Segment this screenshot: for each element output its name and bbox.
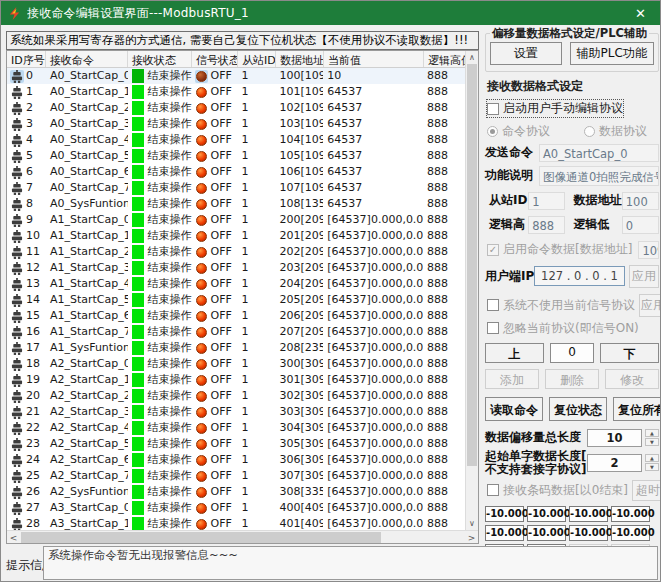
- table-row[interactable]: 18 A2_StartCap_0 结束操作 OFF 1 300[309] [64…: [7, 356, 465, 372]
- manual-protocol-checkbox[interactable]: 启动用户手动编辑协议: [487, 100, 623, 117]
- table-row[interactable]: 26 A2_SysFuntionCMD 结束操作 OFF 1 308[335] …: [7, 484, 465, 500]
- header-recv-status[interactable]: 接收状态: [128, 51, 192, 67]
- row-signal-cell: OFF: [192, 340, 238, 356]
- row-logic-high-text: 888: [423, 68, 465, 84]
- offset-value-field[interactable]: -10.000: [527, 506, 566, 522]
- vertical-scrollbar[interactable]: ∧ ∨: [465, 51, 478, 530]
- table-row[interactable]: 23 A2_StartCap_5 结束操作 OFF 1 305[309] [64…: [7, 436, 465, 452]
- table-row[interactable]: 9 A1_StartCap_0 结束操作 OFF 1 200[209] [645…: [7, 212, 465, 228]
- cmd-data-addr-field[interactable]: 109: [638, 241, 659, 259]
- table-row[interactable]: 24 A2_StartCap_6 结束操作 OFF 1 306[309] [64…: [7, 452, 465, 468]
- row-recv-status-cell: 结束操作: [128, 388, 192, 404]
- slave-id-field[interactable]: 1: [528, 192, 565, 210]
- table-row[interactable]: 11 A1_StartCap_2 结束操作 OFF 1 202[209] [64…: [7, 244, 465, 260]
- ip-apply-button[interactable]: 应用: [629, 265, 659, 288]
- spin-up-icon[interactable]: ▲: [645, 429, 659, 437]
- header-command[interactable]: 接收命令: [46, 51, 128, 67]
- table-row[interactable]: 1 A0_StartCap_1 结束操作 OFF 1 101[109] 6453…: [7, 84, 465, 100]
- table-row[interactable]: 5 A0_StartCap_5 结束操作 OFF 1 105[109] 6453…: [7, 148, 465, 164]
- table-row[interactable]: 2 A0_StartCap_2 结束操作 OFF 1 102[109] 6453…: [7, 100, 465, 116]
- modify-button[interactable]: 修改: [605, 369, 659, 389]
- table-row[interactable]: 6 A0_StartCap_6 结束操作 OFF 1 106[109] 6453…: [7, 164, 465, 180]
- row-recv-status-cell: 结束操作: [128, 372, 192, 388]
- move-up-button[interactable]: 上: [485, 343, 544, 363]
- move-down-button[interactable]: 下: [600, 343, 659, 363]
- row-index-field[interactable]: 0: [550, 343, 594, 363]
- table-row[interactable]: 0 A0_StartCap_0 结束操作 OFF 1 100[109] 10 8…: [7, 68, 465, 84]
- add-button[interactable]: 添加: [485, 369, 539, 389]
- signal-led-icon: [196, 423, 207, 434]
- header-current-value[interactable]: 当前值: [324, 51, 424, 67]
- table-row[interactable]: 13 A1_StartCap_4 结束操作 OFF 1 204[209] [64…: [7, 276, 465, 292]
- no-signal-protocol-checkbox[interactable]: 系统不使用当前信号协议: [503, 297, 635, 314]
- table-row[interactable]: 17 A1_SysFuntionCMD 结束操作 OFF 1 208[235] …: [7, 340, 465, 356]
- scroll-down-icon[interactable]: ∨: [466, 517, 478, 530]
- close-button[interactable]: ✕: [627, 6, 654, 21]
- spin-down-icon[interactable]: ▼: [645, 438, 659, 446]
- offset-value-field[interactable]: -10.000: [569, 525, 608, 541]
- header-logic-high[interactable]: 逻辑高值: [424, 51, 466, 67]
- logic-low-field[interactable]: 0: [622, 216, 659, 234]
- table-row[interactable]: 3 A0_StartCap_3 结束操作 OFF 1 103[109] 6453…: [7, 116, 465, 132]
- read-cmd-button[interactable]: 读取命令: [485, 397, 543, 421]
- word-len-field[interactable]: 2: [587, 454, 642, 472]
- row-id-cell: 28: [7, 516, 46, 530]
- scroll-right-icon[interactable]: >: [465, 531, 478, 544]
- logic-high-field[interactable]: 888: [528, 216, 565, 234]
- horizontal-scroll-thumb[interactable]: [21, 532, 381, 543]
- reset-all-button[interactable]: 复位所有: [613, 397, 661, 421]
- offset-value-field[interactable]: -10.000: [485, 525, 524, 541]
- data-addr-field[interactable]: 100: [622, 192, 659, 210]
- header-id[interactable]: ID序号: [7, 51, 46, 67]
- table-row[interactable]: 22 A2_StartCap_4 结束操作 OFF 1 304[309] [64…: [7, 420, 465, 436]
- header-data-addr[interactable]: 数据地址: [276, 51, 324, 67]
- protocol-radio-data[interactable]: 数据协议: [584, 123, 647, 140]
- offset-value-field[interactable]: -10.000: [611, 506, 650, 522]
- table-row[interactable]: 28 A3_StartCap_1 结束操作 OFF 1 401[409] [64…: [7, 516, 465, 530]
- table-row[interactable]: 19 A2_StartCap_1 结束操作 OFF 1 301[309] [64…: [7, 372, 465, 388]
- spin-down-icon[interactable]: ▼: [645, 463, 659, 471]
- offset-value-field[interactable]: -10.000: [611, 525, 650, 541]
- vertical-scroll-thumb[interactable]: [467, 64, 477, 466]
- barcode-checkbox[interactable]: 接收条码数据[以0结束]: [503, 482, 628, 499]
- plc-assist-button[interactable]: 辅助PLC功能: [570, 42, 654, 65]
- row-id-cell: 27: [7, 500, 46, 516]
- table-row[interactable]: 10 A1_StartCap_1 结束操作 OFF 1 201[209] [64…: [7, 228, 465, 244]
- offset-total-field[interactable]: 10: [587, 429, 642, 447]
- offset-value-field[interactable]: -10.000: [527, 525, 566, 541]
- delete-button[interactable]: 删除: [545, 369, 599, 389]
- row-command-text: A0_SysFuntionCMD: [46, 196, 128, 212]
- table-row[interactable]: 20 A2_StartCap_2 结束操作 OFF 1 302[309] [64…: [7, 388, 465, 404]
- horizontal-scrollbar[interactable]: < >: [7, 530, 478, 543]
- table-row[interactable]: 7 A0_StartCap_7 结束操作 OFF 1 107[109] 6453…: [7, 180, 465, 196]
- protocol-apply-button[interactable]: 应用: [639, 294, 661, 317]
- recv-status-green-indicator: [132, 293, 144, 307]
- table-row[interactable]: 4 A0_StartCap_4 结束操作 OFF 1 104[109] 6453…: [7, 132, 465, 148]
- table-row[interactable]: 16 A1_StartCap_7 结束操作 OFF 1 207[209] [64…: [7, 324, 465, 340]
- table-row[interactable]: 21 A2_StartCap_3 结束操作 OFF 1 303[309] [64…: [7, 404, 465, 420]
- func-desc-field[interactable]: 图像通道0拍照完成信号: [539, 166, 659, 186]
- scroll-up-icon[interactable]: ∧: [466, 51, 478, 64]
- table-row[interactable]: 25 A2_StartCap_7 结束操作 OFF 1 307[309] [64…: [7, 468, 465, 484]
- user-ip-field[interactable]: 127 . 0 . 0 . 1: [534, 266, 625, 286]
- enable-cmd-data-checkbox[interactable]: 启用命令数据[数据地址]: [503, 241, 632, 258]
- table-row[interactable]: 15 A1_StartCap_6 结束操作 OFF 1 206[209] [64…: [7, 308, 465, 324]
- scroll-left-icon[interactable]: <: [7, 531, 20, 544]
- reset-status-button[interactable]: 复位状态: [549, 397, 607, 421]
- row-recv-status-cell: 结束操作: [128, 116, 192, 132]
- offset-value-field[interactable]: -10.000: [569, 506, 608, 522]
- table-row[interactable]: 14 A1_StartCap_5 结束操作 OFF 1 205[209] [64…: [7, 292, 465, 308]
- table-row[interactable]: 8 A0_SysFuntionCMD 结束操作 OFF 1 108[135] 6…: [7, 196, 465, 212]
- set-button[interactable]: 设置: [490, 42, 562, 65]
- timeout-button[interactable]: 超时设置: [632, 480, 661, 501]
- spin-up-icon[interactable]: ▲: [645, 454, 659, 462]
- header-signal[interactable]: 信号状态: [192, 51, 238, 67]
- protocol-radio-cmd[interactable]: 命令协议: [487, 123, 550, 140]
- ignore-protocol-checkbox[interactable]: 忽略当前协议(即信号ON): [503, 320, 639, 337]
- table-row[interactable]: 12 A1_StartCap_3 结束操作 OFF 1 203[209] [64…: [7, 260, 465, 276]
- send-cmd-field[interactable]: A0_StartCap_0: [539, 144, 659, 162]
- offset-value-field[interactable]: -10.000: [485, 506, 524, 522]
- header-slave-id[interactable]: 从站ID: [238, 51, 276, 67]
- table-row[interactable]: 27 A3_StartCap_0 结束操作 OFF 1 400[409] [64…: [7, 500, 465, 516]
- row-current-value-text: [64537]0.000,0.000: [323, 436, 423, 452]
